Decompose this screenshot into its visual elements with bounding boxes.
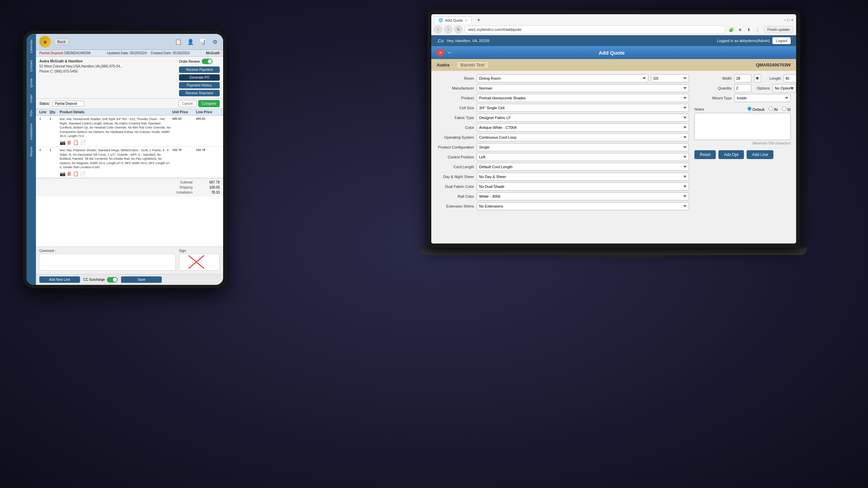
rail-color-select[interactable]: White - 3058: [477, 192, 689, 200]
bookmark-icon[interactable]: ★: [736, 26, 744, 33]
comment-input[interactable]: [39, 254, 176, 271]
width-input1[interactable]: 28: [734, 74, 751, 82]
color-label: Color: [437, 125, 474, 130]
sidebar-item-pos[interactable]: POs: [29, 107, 34, 119]
installation-label: Installation: [176, 191, 193, 194]
row1-copy-icon[interactable]: 📋: [73, 140, 79, 145]
dialog-back-button[interactable]: ←: [447, 49, 453, 56]
row2-paste-icon[interactable]: 📄: [80, 171, 86, 176]
quantity-label: Quantity: [694, 86, 732, 90]
quantity-input[interactable]: 2: [734, 84, 751, 92]
bottom-section: Comment : Sign:: [36, 247, 223, 274]
adv-opt-button[interactable]: Adv.Opt: [718, 150, 744, 159]
download-icon[interactable]: ⬇: [745, 26, 753, 33]
control-position-select[interactable]: Left: [477, 153, 689, 161]
forward-nav-button[interactable]: ›: [444, 25, 452, 34]
width-row: Width 28 0 Length 40 0: [694, 74, 791, 82]
row1-paste-icon[interactable]: 📄: [80, 140, 86, 145]
browser-tab-active[interactable]: 🌐 Add Quote ×: [434, 16, 472, 24]
sidebar-item-order[interactable]: Order: [29, 92, 34, 106]
shipping-row: Shipping 100.00: [39, 185, 220, 190]
refresh-button[interactable]: ↻: [454, 25, 462, 34]
product-config-select[interactable]: Single: [477, 143, 689, 151]
options-label: Options: [757, 86, 770, 90]
sidebar-item-installation[interactable]: Installation: [29, 120, 34, 142]
reset-button[interactable]: Reset: [694, 150, 716, 159]
customer-name: Audra McGrath & Hamilton: [39, 59, 176, 64]
col-qty: Qty.: [50, 110, 60, 114]
tablet-header: ◆ Back 📋 👤 📊 ⚙: [36, 34, 223, 50]
extension-shims-select[interactable]: No Extensions: [477, 202, 689, 210]
col-product: Product Details: [60, 110, 172, 114]
add-line-button[interactable]: Add Line: [747, 150, 773, 159]
receive-shipment-button[interactable]: Receive Shipment: [179, 90, 220, 96]
cancel-button[interactable]: Cancel: [178, 100, 196, 107]
tab-close-icon[interactable]: ×: [465, 18, 467, 22]
chart-icon-btn[interactable]: 📊: [198, 37, 208, 46]
logout-button[interactable]: Logout: [772, 37, 791, 44]
notes-default-radio[interactable]: Default: [747, 106, 765, 112]
sidebar-item-calendar[interactable]: Calendar: [29, 37, 34, 56]
col-unit-price: Unit Price: [172, 110, 196, 114]
new-tab-button[interactable]: +: [473, 16, 484, 24]
options-select[interactable]: No Options: [772, 84, 796, 92]
dual-fabric-select[interactable]: No Dual Shade: [477, 182, 689, 191]
notes-in-radio[interactable]: IN: [768, 106, 777, 112]
notes-textarea[interactable]: [694, 113, 791, 140]
row1-camera-icon[interactable]: 📷: [60, 140, 65, 145]
order-review-toggle[interactable]: [202, 59, 213, 64]
add-new-line-button[interactable]: Add New Line: [39, 276, 80, 283]
length-label: Length: [764, 76, 781, 80]
cc-surcharge-toggle[interactable]: [107, 277, 118, 282]
url-bar[interactable]: ww1.myblindco.com/#/addquote: [465, 25, 726, 34]
room-select[interactable]: Dining Room: [477, 74, 648, 82]
receive-payment-button[interactable]: Receive Payment: [179, 66, 220, 73]
finish-update-button[interactable]: Finish update: [764, 26, 793, 33]
mount-type-select[interactable]: Inside: [734, 94, 791, 102]
settings-icon-btn[interactable]: ⚙: [210, 37, 220, 46]
generate-po-button[interactable]: Generate PO: [179, 74, 220, 81]
product-select[interactable]: Portrait Honeycomb Shades: [477, 94, 689, 102]
notes-si-radio[interactable]: SI: [782, 106, 791, 112]
back-button[interactable]: Back: [54, 38, 69, 45]
complete-button[interactable]: Complete: [198, 100, 220, 107]
row2-camera-icon[interactable]: 📷: [60, 171, 65, 176]
fabric-type-select[interactable]: Designer Fabric LF: [477, 114, 689, 122]
sidebar-item-repair[interactable]: Repair: [29, 144, 34, 159]
color-select[interactable]: Antique White - C7004: [477, 123, 689, 132]
save-button[interactable]: Save: [121, 276, 162, 283]
comment-label: Comment :: [39, 249, 176, 253]
width-select[interactable]: 0: [754, 74, 761, 82]
row1-delete-icon[interactable]: 🗑: [67, 140, 72, 145]
menu-icon[interactable]: ⋮: [754, 26, 762, 33]
order-review-row: Order Review: [179, 59, 220, 64]
sidebar-item-quote[interactable]: Quote: [29, 76, 34, 90]
created-date-value: 05/28/2024: [173, 51, 190, 55]
row1-qty: 1: [50, 117, 60, 120]
sign-box[interactable]: [179, 254, 220, 271]
status-label: Status:: [39, 102, 50, 105]
document-icon-btn[interactable]: 📋: [174, 37, 183, 46]
operating-system-select[interactable]: Continuous Cord Loop: [477, 133, 689, 141]
browser-chrome: 🌐 Add Quote × + – □ × ‹ › ↻: [431, 14, 796, 35]
payment-history-button[interactable]: Payment History: [179, 82, 220, 89]
sidebar-item-contact[interactable]: Contact: [29, 57, 34, 75]
status-select[interactable]: Partial Deposit: [53, 101, 84, 106]
extensions-icon[interactable]: 🧩: [728, 26, 735, 33]
manufacturer-select[interactable]: Norman: [477, 84, 689, 92]
status-actions: Cancel Complete: [178, 100, 220, 107]
rail-color-label: Rail Color: [437, 194, 474, 198]
row2-delete-icon[interactable]: 🗑: [67, 171, 72, 176]
back-nav-button[interactable]: ‹: [434, 25, 442, 34]
cell-size-select[interactable]: 3/4" Single Cell: [477, 104, 689, 112]
row2-copy-icon[interactable]: 📋: [73, 171, 79, 176]
control-position-row: Control Position Left: [437, 153, 689, 161]
day-night-select[interactable]: No Day & Sheer: [477, 173, 689, 181]
room-option-select[interactable]: G0: [651, 74, 689, 82]
length-input1[interactable]: 40: [784, 74, 796, 82]
tablet-device: Calendar Contact Quote Order POs Install…: [23, 31, 226, 288]
dialog-close-button[interactable]: ×: [437, 49, 444, 56]
person-icon-btn[interactable]: 👤: [186, 37, 195, 46]
cord-length-select[interactable]: Default Cord Length: [477, 163, 689, 171]
subtotal-row: Subtotal 667.78: [39, 180, 220, 185]
